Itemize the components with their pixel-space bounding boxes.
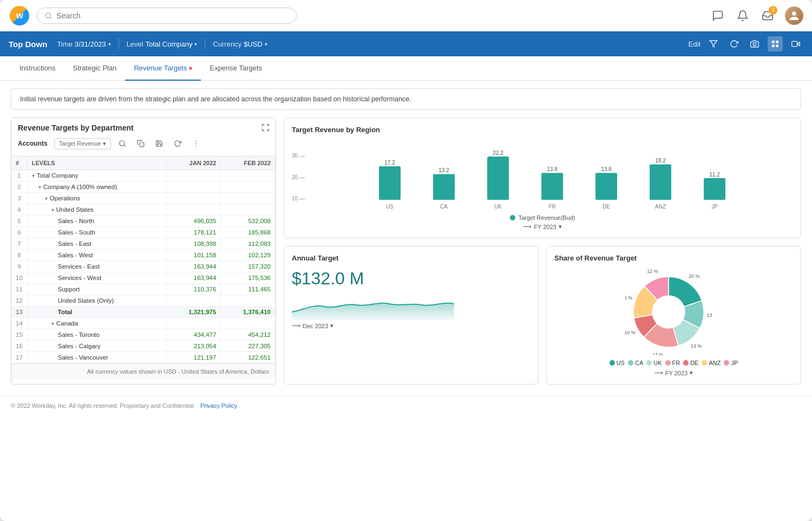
table-row-num: 8 [11,250,27,261]
tab-instructions[interactable]: Instructions [11,56,64,81]
svg-rect-9 [792,41,797,46]
table-row-feb: 227,305 [221,341,276,352]
svg-line-1 [50,17,51,18]
tab-strategic-plan[interactable]: Strategic Plan [64,56,125,81]
table-copy-icon[interactable] [134,136,148,151]
svg-point-15 [195,145,197,146]
bar-chart-period[interactable]: ⟶ FY 2023 ▾ [292,223,793,230]
privacy-link[interactable]: Privacy Policy [200,402,237,409]
pie-period[interactable]: ⟶ FY 2023 ▾ [554,369,793,376]
y-tick-30: 30 — [292,153,305,159]
table-row-num: 5 [11,216,27,227]
level-filter[interactable]: Level Total Company ▾ [127,40,198,48]
table-row-level: Sales - East [27,238,166,250]
table-row-jan [166,181,221,193]
table-footer: All currency values shown in USD - Unite… [11,363,276,379]
bar-chart-title: Target Revenue by Region [292,126,793,134]
svg-text:22.2: 22.2 [493,150,503,156]
logo[interactable]: w [9,5,30,27]
svg-text:13 %: 13 % [706,312,712,318]
svg-text:DE: DE [603,204,610,210]
table-row-jan [166,295,221,307]
pie-legend: USCAUKFRDEANZJP [554,360,793,366]
table-row-feb [221,318,276,329]
svg-text:18.2: 18.2 [655,158,666,164]
col-num: # [11,157,27,170]
pie-period-arrow: ⟶ [654,369,663,376]
svg-text:17 %: 17 % [652,352,663,355]
table-more-icon[interactable] [189,136,203,151]
tab-strategic-plan-label: Strategic Plan [73,64,116,72]
table-row-jan: 121,197 [166,352,221,363]
pie-legend-item: DE [683,360,698,366]
svg-point-13 [195,141,197,142]
svg-rect-31 [650,164,671,200]
level-value: Total Company [146,40,193,48]
annual-period[interactable]: ⟶ Dec 2023 ▾ [292,322,531,329]
tab-revenue-targets[interactable]: Revenue Targets [125,56,201,81]
currency-label: Currency [213,40,241,48]
chat-icon[interactable] [710,8,725,23]
accounts-select[interactable]: Target Revenue ▾ [54,138,112,149]
table-save-icon[interactable] [152,136,166,151]
grid-icon[interactable] [768,36,783,51]
svg-text:CA: CA [440,204,448,210]
svg-point-10 [120,141,125,146]
pie-legend-color [724,360,729,366]
svg-rect-25 [541,173,563,200]
svg-text:10 %: 10 % [625,330,635,335]
table-row-num: 11 [11,284,27,295]
svg-rect-12 [140,142,145,147]
pie-legend-label: JP [731,360,738,366]
svg-line-11 [124,145,126,147]
pie-legend-item: JP [724,360,738,366]
search-input[interactable] [56,11,289,20]
panel-controls: Accounts Target Revenue ▾ [18,136,269,151]
table-row-feb: 112,083 [221,238,276,250]
time-filter[interactable]: Time 3/31/2023 ▾ [57,40,110,48]
info-text: Initial revenue targets are driven from … [20,95,411,103]
panel-title-text: Revenue Targets by Department [18,123,134,132]
bottom-row: Annual Target $132.0 M [284,246,801,385]
camera-icon[interactable] [747,36,762,51]
bar-chart-content: 30 — 20 — 10 — 17.2US13.2CA22.2UK13.8FR1… [292,140,793,212]
svg-text:FR: FR [548,204,555,210]
svg-point-0 [46,12,51,17]
currency-value: $USD [244,40,263,48]
expand-icon[interactable]: ⛶ [261,123,269,132]
refresh-icon[interactable] [726,36,742,51]
inbox-icon[interactable]: 3 [760,8,775,23]
svg-rect-22 [487,157,509,200]
svg-rect-34 [704,178,725,200]
table-row-level: United States (Only) [27,295,166,307]
toolbar-divider-2 [205,38,205,49]
currency-filter[interactable]: Currency $USD ▾ [213,40,267,48]
tab-expense-targets[interactable]: Expense Targets [201,56,271,81]
table-row-level: Sales - North [27,216,166,227]
user-avatar[interactable] [785,6,803,25]
pie-legend-color [702,360,707,366]
edit-button[interactable]: Edit [685,36,700,51]
table-row-level: Support [27,284,166,295]
table-row-jan: 178,121 [166,227,221,238]
col-levels: LEVELS [27,157,166,170]
pie-area: 20 %13 %13 %17 %10 %16 %12 % [554,269,793,355]
y-axis: 30 — 20 — 10 — [292,153,307,212]
filter-icon[interactable] [706,36,721,51]
table-row-jan: 434,477 [166,329,221,341]
search-box[interactable] [37,8,297,24]
table-search-icon[interactable] [115,136,129,151]
pie-legend-color [628,360,633,366]
table-refresh-icon[interactable] [171,136,185,151]
svg-text:ANZ: ANZ [655,204,666,210]
time-value: 3/31/2023 [75,40,106,48]
table-row-num: 2 [11,181,27,193]
info-bar: Initial revenue targets are driven from … [11,88,801,110]
video-icon[interactable] [788,36,803,51]
table-row-jan [166,204,221,216]
notification-icon[interactable] [735,8,750,23]
table-row-jan: 163,944 [166,272,221,284]
table-row-num: 15 [11,329,27,341]
tab-expense-targets-label: Expense Targets [209,64,262,72]
annual-target-panel: Annual Target $132.0 M [284,246,539,385]
